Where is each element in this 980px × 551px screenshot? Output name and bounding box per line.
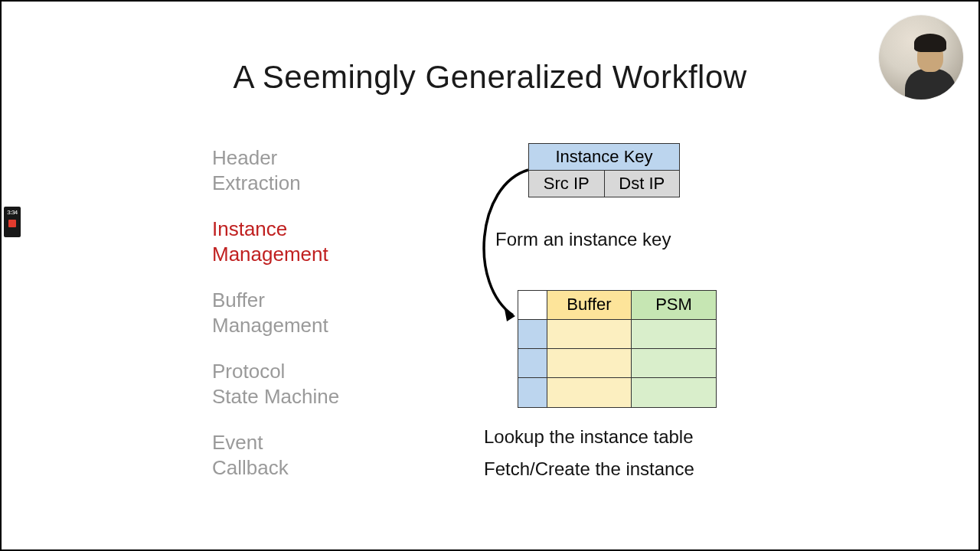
table-cell bbox=[547, 320, 632, 349]
svg-marker-0 bbox=[505, 309, 515, 321]
table-key-col bbox=[518, 291, 547, 320]
timer-value: 3:34 bbox=[4, 207, 21, 216]
step-label: Instance bbox=[212, 217, 287, 240]
step-label: State Machine bbox=[212, 385, 339, 408]
instance-key-box: Instance Key Src IP Dst IP bbox=[528, 143, 680, 197]
table-cell bbox=[518, 378, 547, 407]
table-cell bbox=[632, 320, 716, 349]
step-label: Buffer bbox=[212, 289, 265, 311]
table-cell bbox=[518, 320, 547, 349]
table-cell bbox=[547, 349, 632, 378]
presenter-webcam bbox=[879, 15, 963, 99]
instance-table: Buffer PSM bbox=[518, 290, 717, 408]
col-dst-ip: Dst IP bbox=[605, 171, 680, 197]
table-cell bbox=[632, 378, 716, 407]
table-row bbox=[518, 378, 716, 407]
step-header-extraction: Header Extraction bbox=[212, 145, 339, 195]
record-stop-icon[interactable] bbox=[8, 220, 16, 227]
step-label: Protocol bbox=[212, 360, 285, 383]
presentation-slide: A Seemingly Generalized Workflow Header … bbox=[2, 2, 978, 549]
presenter-silhouette bbox=[914, 34, 946, 52]
step-buffer-management: Buffer Management bbox=[212, 288, 339, 337]
table-row bbox=[518, 349, 716, 378]
caption-form-key: Form an instance key bbox=[495, 229, 671, 250]
caption-fetch: Fetch/Create the instance bbox=[484, 458, 694, 480]
table-header-buffer: Buffer bbox=[547, 291, 632, 320]
slide-title: A Seemingly Generalized Workflow bbox=[2, 59, 978, 96]
step-protocol-state-machine: Protocol State Machine bbox=[212, 359, 339, 409]
table-row bbox=[518, 320, 716, 349]
recording-timer-widget[interactable]: 3:34 bbox=[4, 207, 21, 237]
step-instance-management: Instance Management bbox=[212, 217, 339, 266]
workflow-step-list: Header Extraction Instance Management Bu… bbox=[212, 145, 339, 501]
step-label: Management bbox=[212, 314, 328, 337]
step-label: Management bbox=[212, 243, 328, 266]
table-header-row: Buffer PSM bbox=[518, 291, 716, 320]
caption-lookup: Lookup the instance table bbox=[484, 426, 694, 448]
step-label: Header bbox=[212, 146, 277, 169]
step-event-callback: Event Callback bbox=[212, 430, 339, 480]
table-cell bbox=[518, 349, 547, 378]
step-label: Callback bbox=[212, 456, 289, 479]
instance-key-header: Instance Key bbox=[529, 144, 679, 171]
table-cell bbox=[632, 349, 716, 378]
step-label: Extraction bbox=[212, 171, 301, 194]
table-cell bbox=[547, 378, 632, 407]
col-src-ip: Src IP bbox=[529, 171, 605, 197]
step-label: Event bbox=[212, 431, 263, 454]
instance-key-columns: Src IP Dst IP bbox=[529, 171, 679, 197]
table-header-psm: PSM bbox=[632, 291, 716, 320]
